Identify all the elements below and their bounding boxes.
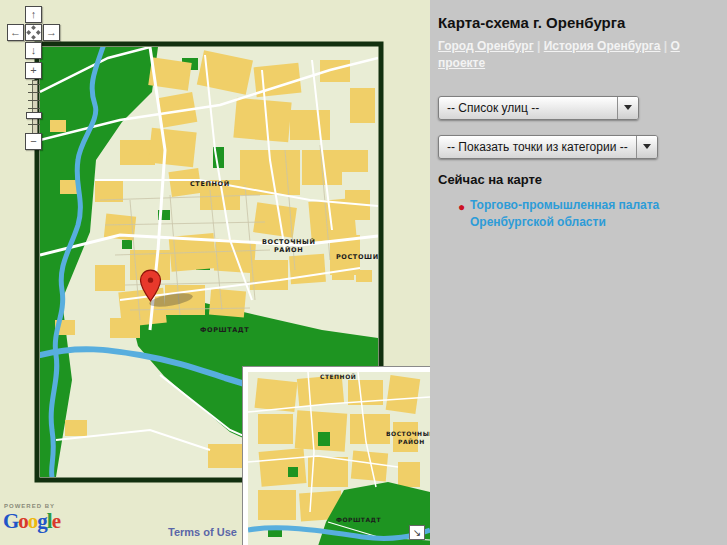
overview-label-vostochny-1: ВОСТОЧНЫЙ	[386, 430, 430, 437]
google-logo-letter: o	[18, 509, 28, 533]
side-panel: Карта-схема г. Оренбурга Город Оренбург …	[430, 0, 727, 545]
streets-select-value: -- Список улиц --	[439, 97, 617, 119]
zoom-tick	[28, 84, 40, 85]
pan-right-button[interactable]: →	[43, 24, 60, 41]
poi-link[interactable]: Торгово-промышленная палата Оренбургской…	[470, 197, 720, 231]
label-forshtadt: ФОРШТАДТ	[200, 326, 249, 334]
nav-links: Город Оренбург | История Оренбурга | О п…	[438, 38, 724, 73]
map-marker-pin[interactable]	[138, 268, 163, 304]
map-viewport[interactable]: СТЕПНОЙ ВОСТОЧНЫЙ РАЙОН РОСТОШИ ФОРШТАДТ…	[0, 0, 430, 545]
pan-control: ↑ ← → ↓	[7, 6, 61, 61]
return-to-center-icon	[26, 25, 41, 40]
google-logo: Google	[3, 509, 60, 534]
categories-select-arrow[interactable]	[636, 136, 657, 158]
page: СТЕПНОЙ ВОСТОЧНЫЙ РАЙОН РОСТОШИ ФОРШТАДТ…	[0, 0, 727, 545]
google-logo-letter: e	[52, 509, 60, 533]
zoom-control: + −	[25, 62, 44, 157]
pan-left-button[interactable]: ←	[7, 24, 24, 41]
label-vostochny-1: ВОСТОЧНЫЙ	[262, 237, 315, 246]
overview-label-vostochny-2: РАЙОН	[398, 438, 425, 445]
bullet-icon: ●	[458, 200, 465, 214]
nav-link-history[interactable]: История Оренбурга	[544, 39, 661, 53]
list-item: ● Торгово-промышленная палата Оренбургск…	[438, 197, 720, 231]
chevron-down-icon	[643, 144, 651, 149]
zoom-slider-track[interactable]	[32, 80, 38, 134]
nav-link-city[interactable]: Город Оренбург	[438, 39, 534, 53]
google-logo-letter: g	[37, 509, 47, 533]
terms-of-use-link[interactable]: Terms of Use	[168, 526, 237, 538]
zoom-tick	[28, 92, 40, 93]
categories-select-value: -- Показать точки из категории --	[439, 136, 636, 158]
zoom-tick	[28, 124, 40, 125]
page-title: Карта-схема г. Оренбурга	[438, 14, 717, 31]
streets-select[interactable]: -- Список улиц --	[438, 96, 639, 120]
nav-separator: |	[537, 39, 540, 53]
google-logo-letter: G	[3, 509, 18, 533]
now-on-map-heading: Сейчас на карте	[438, 172, 717, 187]
zoom-tick	[28, 100, 40, 101]
pan-up-button[interactable]: ↑	[25, 6, 42, 23]
label-stepnoy: СТЕПНОЙ	[190, 179, 230, 188]
zoom-in-button[interactable]: +	[25, 62, 42, 79]
collapse-arrow-icon: ↘	[413, 527, 421, 538]
overview-label-forshtadt: ФОРШТАДТ	[336, 516, 381, 523]
poi-list: ● Торгово-промышленная палата Оренбургск…	[438, 197, 717, 231]
overview-map-canvas[interactable]: СТЕПНОЙ ВОСТОЧНЫЙ РАЙОН ФОРШТАДТ	[248, 372, 430, 545]
overview-label-stepnoy: СТЕПНОЙ	[320, 373, 356, 380]
zoom-tick	[28, 108, 40, 109]
zoom-slider-handle[interactable]	[26, 112, 42, 119]
label-rostoshi: РОСТОШИ	[336, 253, 379, 261]
streets-select-arrow[interactable]	[617, 97, 638, 119]
pan-down-button[interactable]: ↓	[25, 42, 42, 59]
categories-select[interactable]: -- Показать точки из категории --	[438, 135, 658, 159]
label-vostochny-2: РАЙОН	[274, 245, 303, 254]
pan-center-button[interactable]	[25, 24, 42, 41]
overview-map[interactable]: СТЕПНОЙ ВОСТОЧНЫЙ РАЙОН ФОРШТАДТ ↘	[242, 366, 430, 545]
nav-separator: |	[664, 39, 667, 53]
chevron-down-icon	[624, 105, 632, 110]
google-logo-letter: o	[28, 509, 38, 533]
zoom-out-button[interactable]: −	[25, 133, 42, 150]
overview-collapse-button[interactable]: ↘	[409, 525, 425, 540]
